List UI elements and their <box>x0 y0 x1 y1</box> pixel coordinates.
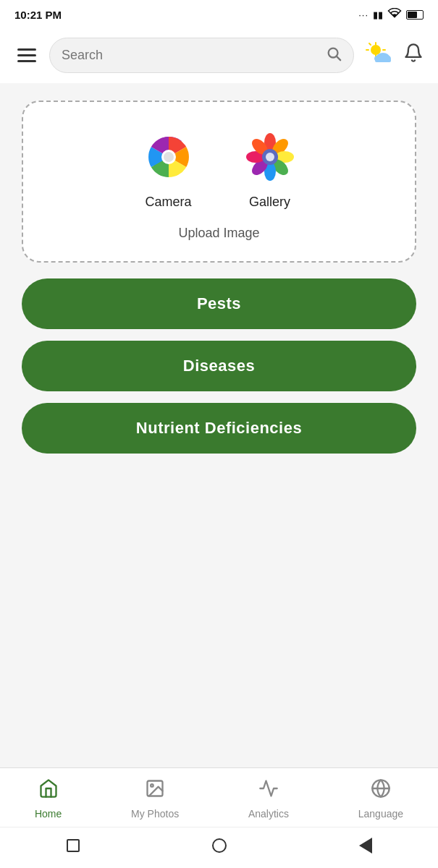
hamburger-line-1 <box>17 48 36 51</box>
nav-home[interactable]: Home <box>35 778 62 820</box>
camera-option[interactable]: Camera <box>140 128 198 210</box>
pests-button[interactable]: Pests <box>22 278 416 329</box>
svg-point-14 <box>164 152 174 162</box>
system-bar <box>0 827 438 868</box>
system-home-button[interactable] <box>212 838 227 853</box>
status-bar: 10:21 PM ··· ▮▮ <box>0 0 438 29</box>
upload-box: Camera <box>22 101 416 263</box>
weather-icon <box>364 41 393 69</box>
phone-frame: 10:21 PM ··· ▮▮ <box>0 0 438 868</box>
wifi-icon <box>387 8 402 21</box>
status-time: 10:21 PM <box>14 9 62 21</box>
diseases-button[interactable]: Diseases <box>22 341 416 391</box>
hamburger-line-2 <box>17 54 36 56</box>
my-photos-icon <box>145 778 165 804</box>
svg-line-7 <box>369 43 371 45</box>
camera-icon <box>140 128 198 186</box>
svg-rect-12 <box>375 59 391 62</box>
gallery-label: Gallery <box>249 195 290 210</box>
search-input[interactable] <box>62 48 319 63</box>
language-icon <box>371 778 391 804</box>
upload-options: Camera <box>38 128 400 210</box>
main-content: Camera <box>0 83 438 767</box>
header <box>0 29 438 83</box>
search-bar[interactable] <box>49 38 354 73</box>
nav-analytics[interactable]: Analytics <box>248 778 289 820</box>
system-back-button[interactable] <box>359 838 372 854</box>
nav-analytics-label: Analytics <box>248 808 289 820</box>
nutrient-deficiencies-button[interactable]: Nutrient Deficiencies <box>22 403 416 454</box>
svg-line-1 <box>337 56 340 60</box>
search-icon <box>326 46 342 65</box>
nav-my-photos-label: My Photos <box>131 808 179 820</box>
bell-icon[interactable] <box>403 43 424 68</box>
system-square-button[interactable] <box>67 839 80 852</box>
header-right <box>364 41 424 69</box>
nav-language[interactable]: Language <box>358 778 403 820</box>
nav-language-label: Language <box>358 808 403 820</box>
hamburger-line-3 <box>17 60 36 62</box>
status-icons: ··· ▮▮ <box>358 8 424 21</box>
network-icon: ▮▮ <box>373 9 383 20</box>
upload-image-label: Upload Image <box>178 226 259 241</box>
bottom-nav: Home My Photos Analytics <box>0 767 438 827</box>
svg-point-2 <box>371 45 381 55</box>
hamburger-button[interactable] <box>14 46 39 65</box>
signal-icon: ··· <box>358 9 368 20</box>
action-buttons: Pests Diseases Nutrient Deficiencies <box>22 278 416 454</box>
home-icon <box>38 778 59 804</box>
svg-point-24 <box>266 153 274 161</box>
svg-point-26 <box>151 784 153 787</box>
battery-icon <box>406 10 424 20</box>
camera-label: Camera <box>145 195 191 210</box>
analytics-icon <box>258 778 279 804</box>
gallery-option[interactable]: Gallery <box>241 128 299 210</box>
gallery-icon <box>241 128 299 186</box>
nav-my-photos[interactable]: My Photos <box>131 778 179 820</box>
nav-home-label: Home <box>35 808 62 820</box>
